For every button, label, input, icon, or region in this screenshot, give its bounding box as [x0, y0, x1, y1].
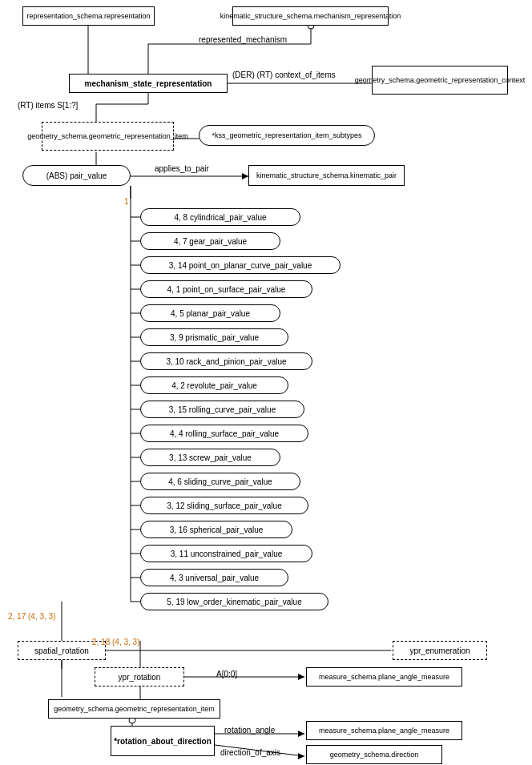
ypr-rotation-box: ypr_rotation	[95, 667, 184, 686]
rack-and-pinion-box: 3, 10 rack_and_pinion_pair_value	[140, 352, 312, 370]
representation-schema-box: representation_schema.representation	[22, 6, 155, 26]
217-label: 2, 17 (4, 3, 3)	[8, 612, 55, 621]
svg-marker-43	[298, 731, 304, 737]
kinematic-pair-box: kinematic_structure_schema.kinematic_pai…	[248, 165, 405, 186]
plane-angle-measure-box: measure_schema.plane_angle_measure	[306, 667, 462, 686]
rolling-curve-box: 3, 15 rolling_curve_pair_value	[140, 401, 304, 418]
rotation-angle-label: rotation_angle	[224, 726, 275, 735]
diagram-container: representation_schema.representation kin…	[0, 0, 532, 765]
geometric-representation-item-box: geometry_schema.geometric_representation…	[42, 122, 174, 151]
sliding-curve-box: 4, 6 sliding_curve_pair_value	[140, 473, 300, 490]
planar-pair-value-box: 4, 5 planar_pair_value	[140, 304, 280, 322]
svg-marker-38	[298, 674, 304, 680]
cylindrical-pair-value-box: 4, 8 cylindrical_pair_value	[140, 208, 300, 226]
prismatic-pair-value-box: 3, 9 prismatic_pair_value	[140, 328, 288, 346]
svg-marker-13	[242, 173, 248, 179]
unconstrained-box: 3, 11 unconstrained_pair_value	[140, 545, 312, 562]
plane-angle-measure-box2: measure_schema.plane_angle_measure	[306, 721, 462, 740]
rotation-about-direction-box: *rotation_about_direction	[111, 726, 215, 756]
geometry-schema-context-box: geometry_schema.geometric_representation…	[372, 66, 508, 95]
mechanism-state-representation-box: mechanism_state_representation	[69, 74, 228, 93]
spherical-pair-value-box: 3, 16 spherical_pair_value	[140, 521, 292, 538]
gear-pair-value-box: 4, 7 gear_pair_value	[140, 232, 280, 250]
rolling-surface-box: 4, 4 rolling_surface_pair_value	[140, 425, 308, 442]
screw-pair-value-box: 3, 13 screw_pair_value	[140, 449, 280, 466]
revolute-pair-value-box: 4, 2 revolute_pair_value	[140, 376, 288, 394]
ypr-enumeration-box: ypr_enumeration	[393, 641, 487, 660]
sliding-surface-box: 3, 12 sliding_surface_pair_value	[140, 497, 308, 514]
universal-pair-value-box: 4, 3 universal_pair_value	[140, 569, 288, 586]
direction-of-axis-label: direction_of_axis	[220, 748, 280, 757]
rt-items-label: (RT) items S[1:?]	[18, 101, 78, 110]
point-on-planar-curve-box: 3, 14 point_on_planar_curve_pair_value	[140, 256, 341, 274]
der-rt-label: (DER) (RT) context_of_items	[232, 70, 336, 79]
low-order-kinematic-box: 5, 19 low_order_kinematic_pair_value	[140, 593, 328, 610]
pair-value-box: (ABS) pair_value	[22, 165, 131, 186]
applies-to-pair-label: applies_to_pair	[155, 164, 209, 173]
point-on-surface-box: 4, 1 point_on_surface_pair_value	[140, 280, 312, 298]
a00-label: A[0:0]	[216, 670, 237, 678]
geometry-direction-box: geometry_schema.direction	[306, 745, 442, 764]
one-label: 1	[124, 197, 129, 206]
kss-subtypes-ellipse: *kss_geometric_representation_item_subty…	[199, 125, 375, 146]
218-label: 2, 18 (4, 3, 3)	[92, 638, 139, 646]
svg-marker-45	[298, 753, 304, 759]
represented-mechanism-label: represented_mechanism	[199, 35, 287, 44]
geom-rep-item-lower-box: geometry_schema.geometric_representation…	[48, 699, 220, 719]
kinematic-structure-mechanism-box: kinematic_structure_schema.mechanism_rep…	[232, 6, 389, 26]
